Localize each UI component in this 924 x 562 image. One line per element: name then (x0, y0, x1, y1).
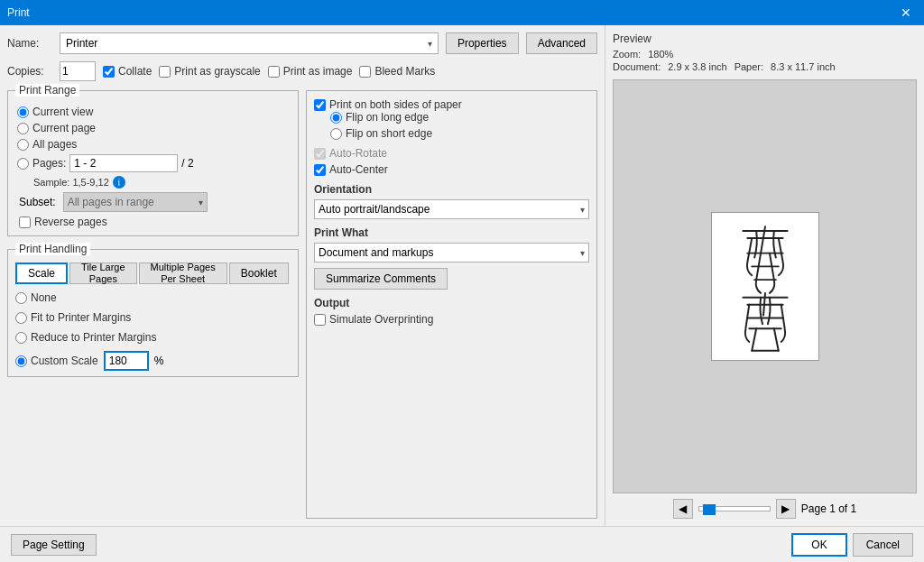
all-pages-radio[interactable] (17, 139, 29, 151)
print-what-title: Print What (314, 226, 589, 239)
page-info: Page 1 of 1 (801, 502, 856, 515)
bottom-right-buttons: OK Cancel (791, 533, 913, 557)
pages-radio-label[interactable]: Pages: (17, 157, 66, 170)
orientation-title: Orientation (314, 183, 589, 196)
main-content: Name: Printer ▾ Properties Advanced Copi… (0, 25, 924, 526)
pages-total: / 2 (181, 157, 193, 170)
zoom-info-row: Zoom: 180% (613, 49, 917, 60)
flip-short-radio[interactable] (330, 128, 342, 140)
properties-button[interactable]: Properties (446, 32, 519, 54)
reduce-printer-radio-label[interactable]: Reduce to Printer Margins (15, 331, 291, 344)
doc-info-row: Document: 2.9 x 3.8 inch Paper: 8.3 x 11… (613, 61, 917, 72)
current-page-radio[interactable] (17, 123, 29, 134)
current-view-radio-label[interactable]: Current view (17, 106, 289, 118)
all-pages-radio-label[interactable]: All pages (17, 138, 289, 151)
pages-input[interactable] (69, 154, 178, 172)
both-sides-checkbox-label[interactable]: Print on both sides of paper (314, 98, 589, 111)
left-panel: Name: Printer ▾ Properties Advanced Copi… (0, 25, 605, 526)
auto-center-checkbox[interactable] (314, 164, 326, 176)
printer-dropdown[interactable]: Printer ▾ (60, 32, 439, 54)
subset-label: Subset: (19, 196, 56, 208)
right-column: Print on both sides of paper Flip on lon… (306, 90, 597, 519)
simulate-overprint-checkbox-label[interactable]: Simulate Overprinting (314, 313, 589, 326)
image-checkbox-label[interactable]: Print as image (268, 65, 353, 78)
page-setting-button[interactable]: Page Setting (11, 534, 97, 556)
next-page-button[interactable]: ▶ (776, 499, 796, 519)
two-sided-section: Print on both sides of paper Flip on lon… (314, 98, 589, 140)
preview-info: Zoom: 180% Document: 2.9 x 3.8 inch Pape… (613, 49, 917, 72)
cancel-button[interactable]: Cancel (853, 533, 913, 557)
bottom-bar: Page Setting OK Cancel (0, 526, 924, 562)
none-radio[interactable] (15, 292, 27, 304)
two-column-area: Print Range Current view Current page (7, 90, 597, 519)
paper-value: 8.3 x 11.7 inch (771, 61, 836, 72)
handling-buttons: Scale Tile LargePages Multiple PagesPer … (15, 263, 291, 284)
summarize-comments-button[interactable]: Summarize Comments (314, 268, 448, 290)
preview-nav: ◀ ▶ Page 1 of 1 (613, 499, 917, 519)
paper-label: Paper: (735, 61, 763, 72)
info-icon[interactable]: i (113, 176, 125, 189)
print-handling-title: Print Handling (15, 243, 90, 255)
percent-label: % (154, 355, 164, 367)
print-handling-section: Print Handling Scale Tile LargePages Mul… (7, 249, 299, 377)
preview-title: Preview (613, 32, 917, 45)
advanced-button[interactable]: Advanced (526, 32, 597, 54)
slider-thumb (703, 504, 716, 515)
zoom-label: Zoom: (613, 49, 641, 60)
page-slider[interactable] (698, 506, 771, 511)
grayscale-checkbox-label[interactable]: Print as grayscale (159, 65, 260, 78)
bleed-checkbox[interactable] (359, 66, 371, 78)
left-column: Print Range Current view Current page (7, 90, 299, 519)
scale-button[interactable]: Scale (15, 263, 68, 284)
reduce-printer-radio[interactable] (15, 332, 27, 344)
pages-radio[interactable] (17, 158, 29, 170)
grayscale-checkbox[interactable] (159, 66, 171, 78)
both-sides-checkbox[interactable] (314, 99, 326, 111)
subset-chevron-icon: ▾ (199, 198, 203, 207)
title-bar: Print ✕ (0, 0, 924, 25)
fit-printer-radio[interactable] (15, 312, 27, 324)
orientation-dropdown[interactable]: Auto portrait/landscape ▾ (314, 199, 589, 219)
booklet-button[interactable]: Booklet (229, 263, 289, 284)
dialog-title: Print (7, 6, 30, 19)
auto-center-checkbox-label[interactable]: Auto-Center (314, 163, 589, 176)
auto-rotate-checkbox (314, 148, 326, 160)
name-row: Name: Printer ▾ Properties Advanced (7, 32, 597, 54)
flip-long-radio-label[interactable]: Flip on long edge (330, 111, 589, 124)
multiple-pages-button[interactable]: Multiple PagesPer Sheet (139, 263, 227, 284)
custom-scale-input[interactable] (104, 351, 149, 371)
current-view-radio[interactable] (17, 106, 29, 118)
custom-scale-row: Custom Scale % (15, 351, 291, 371)
ok-button[interactable]: OK (791, 533, 846, 557)
subset-dropdown[interactable]: All pages in range ▾ (63, 192, 208, 212)
copies-input[interactable] (60, 61, 96, 81)
reverse-checkbox[interactable] (19, 217, 31, 228)
flip-long-radio[interactable] (330, 112, 342, 124)
bleed-checkbox-label[interactable]: Bleed Marks (359, 65, 435, 78)
preview-panel: Preview Zoom: 180% Document: 2.9 x 3.8 i… (605, 25, 924, 526)
preview-image (712, 213, 818, 360)
orientation-chevron-icon: ▾ (580, 205, 585, 215)
image-checkbox[interactable] (268, 66, 280, 78)
fit-printer-radio-label[interactable]: Fit to Printer Margins (15, 311, 291, 324)
flip-short-radio-label[interactable]: Flip on short edge (330, 127, 589, 140)
scale-options: None Fit to Printer Margins Reduce to Pr… (15, 291, 291, 371)
collate-checkbox-label[interactable]: Collate (103, 65, 152, 78)
sample-text: Sample: 1,5-9,12 i (33, 176, 289, 189)
tile-large-button[interactable]: Tile LargePages (69, 263, 137, 284)
doc-value: 2.9 x 3.8 inch (668, 61, 726, 72)
auto-rotate-checkbox-label[interactable]: Auto-Rotate (314, 147, 589, 160)
print-what-dropdown[interactable]: Document and markups ▾ (314, 243, 589, 263)
print-what-section: Print What Document and markups ▾ Summar… (314, 226, 589, 290)
prev-page-button[interactable]: ◀ (673, 499, 693, 519)
close-button[interactable]: ✕ (895, 2, 917, 23)
collate-checkbox[interactable] (103, 66, 115, 78)
reverse-checkbox-label[interactable]: Reverse pages (19, 216, 107, 228)
right-options-section: Print on both sides of paper Flip on lon… (306, 90, 597, 519)
custom-scale-radio[interactable] (15, 355, 27, 367)
simulate-overprint-checkbox[interactable] (314, 314, 326, 326)
custom-scale-radio-label[interactable]: Custom Scale (15, 355, 98, 367)
none-radio-label[interactable]: None (15, 291, 291, 304)
flip-options: Flip on long edge Flip on short edge (330, 111, 589, 140)
current-page-radio-label[interactable]: Current page (17, 122, 289, 134)
